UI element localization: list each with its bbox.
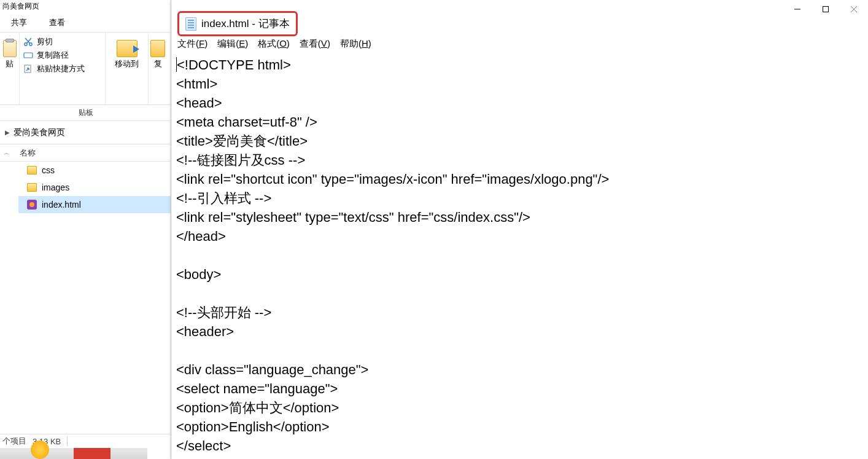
copy-to-button[interactable]: 复 (150, 35, 165, 69)
taskbar-fragment (0, 448, 147, 459)
folder-icon (27, 183, 37, 192)
taskbar-app-icon[interactable] (74, 448, 110, 459)
svg-rect-9 (25, 65, 31, 73)
window-title: index.html - 记事本 (201, 17, 290, 31)
notepad-window: index.html - 记事本 文件(F) 编辑(E) 格式(O) 查看(V)… (171, 0, 868, 459)
file-name: css (42, 165, 55, 175)
paste-shortcut-label: 粘贴快捷方式 (37, 63, 85, 74)
menu-bar: 文件(F) 编辑(E) 格式(O) 查看(V) 帮助(H) (177, 38, 371, 50)
menu-view[interactable]: 查看(V) (300, 38, 330, 50)
copy-path-button[interactable]: 复制路径 (23, 49, 69, 62)
chevron-right-icon: ▶ (5, 129, 10, 136)
status-items: 个项目 (2, 436, 26, 447)
copy-path-label: 复制路径 (37, 50, 69, 61)
tab-share[interactable]: 共享 (0, 15, 38, 32)
list-item[interactable]: index.html (18, 196, 172, 213)
paste-shortcut-button[interactable]: 粘贴快捷方式 (23, 62, 85, 76)
notepad-title-highlight: index.html - 记事本 (177, 11, 298, 36)
html-file-icon (27, 200, 37, 210)
notepad-icon (185, 17, 196, 31)
cut-label: 剪切 (37, 36, 53, 47)
taskbar-app-icon[interactable] (31, 441, 49, 459)
list-item[interactable]: css (18, 162, 172, 179)
tab-view[interactable]: 查看 (38, 15, 76, 32)
status-bar: 个项目 3.13 KB (0, 434, 172, 448)
move-to-label: 移动到 (115, 58, 139, 69)
file-name: index.html (42, 200, 81, 210)
scissors-icon (23, 37, 33, 47)
maximize-button[interactable] (812, 0, 840, 18)
copy-to-icon (150, 40, 165, 57)
cut-button[interactable]: 剪切 (23, 35, 53, 49)
explorer-title: 尚美食网页 (0, 0, 172, 15)
paste-button[interactable]: 贴 (3, 35, 17, 69)
breadcrumb[interactable]: 爱尚美食网页 (14, 127, 65, 138)
menu-format[interactable]: 格式(O) (258, 38, 290, 50)
move-to-icon (117, 40, 138, 57)
path-icon (23, 50, 33, 60)
address-bar[interactable]: ▶ 爱尚美食网页 (0, 121, 172, 144)
menu-file[interactable]: 文件(F) (177, 38, 207, 50)
menu-help[interactable]: 帮助(H) (340, 38, 371, 50)
notepad-window-controls (783, 0, 868, 18)
menu-edit[interactable]: 编辑(E) (217, 38, 248, 50)
clipboard-icon (3, 40, 17, 57)
file-list-header: ︿ 名称 (0, 144, 172, 162)
text-editor-area[interactable]: <!DOCTYPE html> <html> <head> <meta char… (176, 55, 868, 459)
ribbon: 贴 剪切 复制路径 粘贴快捷方式 (0, 33, 172, 105)
copy-to-label: 复 (154, 58, 162, 69)
separator-icon (67, 436, 68, 446)
list-item[interactable]: images (18, 179, 172, 196)
move-to-button[interactable]: 移动到 (115, 35, 139, 69)
minimize-button[interactable] (783, 0, 812, 18)
close-button[interactable] (840, 0, 868, 18)
file-explorer-window: 尚美食网页 共享 查看 贴 剪切 复制路径 (0, 0, 172, 459)
column-name[interactable]: 名称 (14, 147, 172, 159)
ribbon-group-label: 贴板 (0, 105, 172, 121)
svg-rect-11 (823, 7, 829, 12)
shortcut-icon (23, 64, 33, 74)
folder-icon (27, 166, 37, 175)
file-list: css images index.html (0, 162, 172, 213)
file-name: images (42, 182, 69, 192)
chevron-up-icon[interactable]: ︿ (0, 149, 14, 157)
svg-rect-8 (24, 53, 33, 58)
paste-label: 贴 (6, 58, 14, 69)
ribbon-tabs: 共享 查看 (0, 15, 172, 33)
